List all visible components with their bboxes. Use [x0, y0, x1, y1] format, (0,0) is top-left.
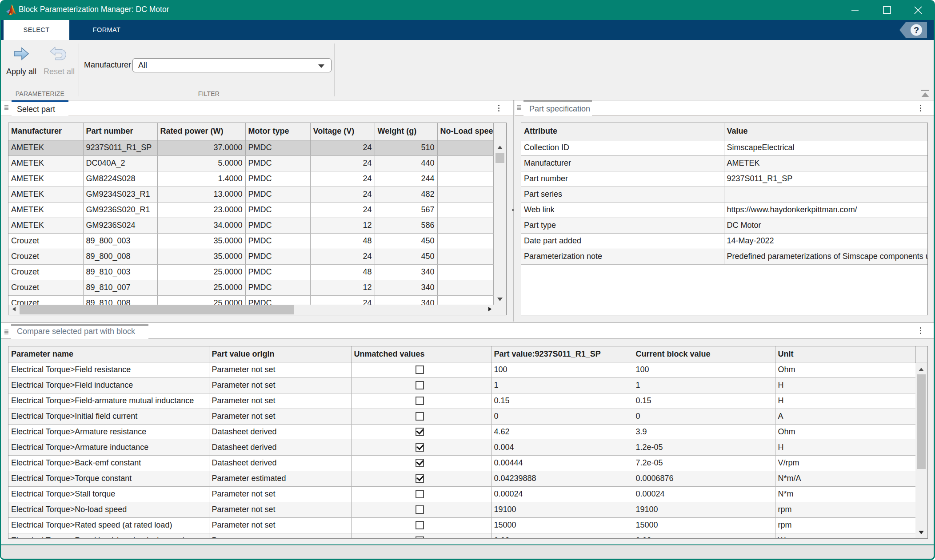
svg-text:?: ?: [914, 25, 919, 35]
